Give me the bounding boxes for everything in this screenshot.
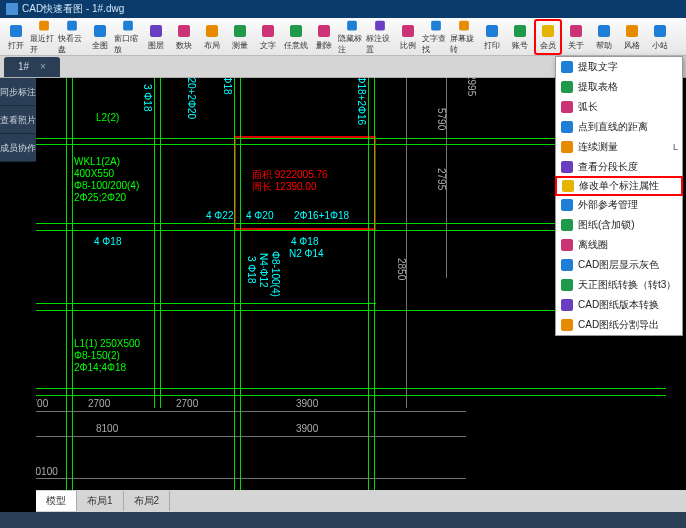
menu-item[interactable]: 离线圈 [556,235,682,255]
toolbar-btn-全图[interactable]: 全图 [86,19,114,55]
window-title: CAD快速看图 - 1#.dwg [22,0,124,18]
toolbar-btn-会员[interactable]: 会员 [534,19,562,55]
toolbar-btn-打印[interactable]: 打印 [478,19,506,55]
bar-text: 2Φ18 [222,78,233,95]
bar-text: 4 Φ22 [206,210,233,221]
toolbar-btn-比例[interactable]: 比例 [394,19,422,55]
svg-rect-0 [10,25,22,37]
main-toolbar: 打开最近打开快看云盘全图窗口缩放图层数块布局测量文字任意线删除隐藏标注标注设置比… [0,18,686,56]
toolbar-btn-测量[interactable]: 测量 [226,19,254,55]
dim-text: 5790 [436,108,447,130]
svg-rect-25 [561,81,573,93]
menu-item[interactable]: 提取文字 [556,57,682,77]
menu-item[interactable]: CAD图纸版本转换 [556,295,682,315]
menu-item[interactable]: CAD图纸分割导出 [556,315,682,335]
bar-text: Φ8-100(4) [36,252,37,298]
beam-label: WKL1(2A) [74,156,120,167]
toolbar-btn-隐藏标注[interactable]: 隐藏标注 [338,19,366,55]
menu-item[interactable]: 外部参考管理 [556,195,682,215]
app-icon [6,3,18,15]
toolbar-btn-删除[interactable]: 删除 [310,19,338,55]
bar-text: 3 Φ18 [142,84,153,111]
svg-rect-30 [562,180,574,192]
toolbar-btn-窗口缩放[interactable]: 窗口缩放 [114,19,142,55]
bar-text: 4 Φ18 [291,236,318,247]
svg-rect-9 [262,25,274,37]
svg-rect-28 [561,141,573,153]
toolbar-btn-关于[interactable]: 关于 [562,19,590,55]
menu-item[interactable]: 提取表格 [556,77,682,97]
svg-rect-32 [561,219,573,231]
toolbar-btn-小站[interactable]: 小站 [646,19,674,55]
dim-text: 2850 [396,258,407,280]
toolbar-btn-帮助[interactable]: 帮助 [590,19,618,55]
dim-text: 3900 [296,423,318,434]
svg-rect-14 [402,25,414,37]
beam-rebar: Φ8-150(2) [74,350,120,361]
sidebar-btn[interactable]: 成员协作 [0,134,36,162]
bar-text: 2Φ20+2Φ20 [186,78,197,119]
dim-text: 8100 [96,423,118,434]
close-tab-icon[interactable]: × [40,61,46,72]
svg-rect-4 [123,20,133,30]
toolbar-btn-账号[interactable]: 账号 [506,19,534,55]
bar-text: 2Φ16+1Φ18 [294,210,349,221]
beam-rebar: 2Φ14;4Φ18 [74,362,126,373]
dim-text: 2700 [88,398,110,409]
menu-item[interactable]: 修改单个标注属性 [555,176,683,196]
bar-text: 3 Φ18 [246,256,257,283]
menu-item[interactable]: 查看分段长度 [556,157,682,177]
toolbar-btn-文字[interactable]: 文字 [254,19,282,55]
layout-tab-model[interactable]: 模型 [36,491,77,511]
layout-tab-2[interactable]: 布局2 [124,491,171,511]
svg-rect-18 [514,25,526,37]
layout-tab-bar: 模型 布局1 布局2 [36,490,686,512]
layout-tab-1[interactable]: 布局1 [77,491,124,511]
toolbar-btn-文字查找[interactable]: 文字查找 [422,19,450,55]
svg-rect-7 [206,25,218,37]
title-bar: CAD快速看图 - 1#.dwg [0,0,686,18]
toolbar-btn-风格[interactable]: 风格 [618,19,646,55]
svg-rect-36 [561,299,573,311]
menu-item[interactable]: 连续测量L [556,137,682,157]
bar-text: N2 Φ14 [289,248,324,259]
bar-text: N4·Φ12 [258,253,269,288]
toolbar-btn-布局[interactable]: 布局 [198,19,226,55]
toolbar-btn-最近打开[interactable]: 最近打开 [30,19,58,55]
menu-item[interactable]: CAD图层显示灰色 [556,255,682,275]
menu-item[interactable]: 点到直线的距离 [556,117,682,137]
svg-rect-3 [94,25,106,37]
svg-rect-1 [39,20,49,30]
bar-text: Φ8-100(4) [270,251,281,297]
beam-rebar: 2Φ25;2Φ20 [74,192,126,203]
menu-item[interactable]: 图纸(含加锁) [556,215,682,235]
file-tab[interactable]: 1# × [4,57,60,77]
toolbar-btn-图层[interactable]: 图层 [142,19,170,55]
svg-rect-13 [375,20,385,30]
svg-rect-20 [570,25,582,37]
dim-text: 2795 [436,168,447,190]
svg-rect-16 [459,20,469,30]
toolbar-btn-任意线[interactable]: 任意线 [282,19,310,55]
svg-rect-6 [178,25,190,37]
sidebar-btn[interactable]: 查看照片 [0,106,36,134]
dim-text: 20100 [36,466,58,477]
beam-size: 400X550 [74,168,114,179]
toolbar-btn-快看云盘[interactable]: 快看云盘 [58,19,86,55]
svg-rect-35 [561,279,573,291]
svg-rect-23 [654,25,666,37]
toolbar-btn-屏幕旋转[interactable]: 屏幕旋转 [450,19,478,55]
toolbar-btn-数块[interactable]: 数块 [170,19,198,55]
dim-text: 2995 [466,78,477,96]
svg-rect-2 [67,20,77,30]
status-bar [0,512,686,528]
toolbar-btn-标注设置[interactable]: 标注设置 [366,19,394,55]
svg-rect-17 [486,25,498,37]
toolbar-btn-打开[interactable]: 打开 [2,19,30,55]
bar-text: 4 Φ20 [246,210,273,221]
beam-rebar: Φ8-100/200(4) [74,180,139,191]
menu-item[interactable]: 天正图纸转换（转t3） [556,275,682,295]
svg-rect-21 [598,25,610,37]
menu-item[interactable]: 弧长 [556,97,682,117]
sidebar-btn[interactable]: 同步标注 [0,78,36,106]
